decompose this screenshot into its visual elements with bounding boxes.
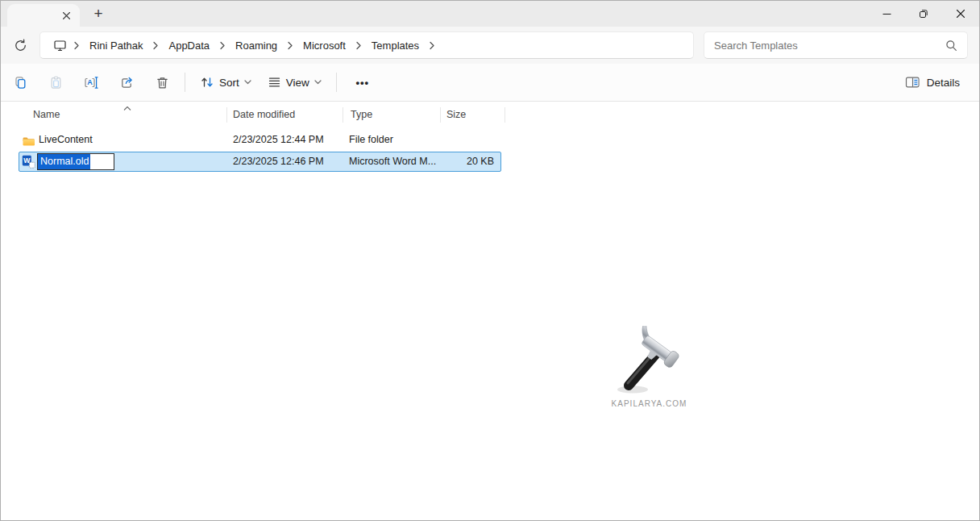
- chevron-down-icon: [314, 80, 322, 85]
- sort-button[interactable]: Sort: [192, 68, 260, 97]
- table-row-livecontent[interactable]: LiveContent 2/23/2025 12:44 PM File fold…: [1, 128, 979, 152]
- paste-button[interactable]: [39, 68, 72, 97]
- breadcrumb-chevron-icon[interactable]: [427, 41, 437, 50]
- column-divider: [226, 107, 227, 123]
- breadcrumb-chevron-icon[interactable]: [354, 41, 363, 50]
- breadcrumb-chevron-icon[interactable]: [72, 41, 81, 50]
- delete-button[interactable]: [146, 68, 178, 97]
- refresh-icon: [14, 39, 27, 52]
- word-macro-template-icon: W: [22, 155, 35, 176]
- search-icon: [945, 40, 957, 52]
- close-icon: [62, 11, 71, 20]
- device-breadcrumb-button[interactable]: [48, 39, 72, 52]
- share-button[interactable]: [110, 68, 143, 97]
- details-pane-button[interactable]: Details: [897, 68, 968, 97]
- minimize-icon: [882, 10, 891, 19]
- view-button[interactable]: View: [260, 68, 330, 97]
- column-header-date-modified[interactable]: Date modified: [233, 102, 295, 128]
- rename-icon: A: [84, 76, 98, 90]
- search-box: [704, 31, 968, 59]
- window-controls: [868, 1, 979, 27]
- command-toolbar: A Sort: [1, 64, 979, 102]
- sort-label: Sort: [219, 77, 239, 89]
- restore-button[interactable]: [905, 1, 942, 27]
- restore-icon: [919, 9, 928, 19]
- rename-button[interactable]: A: [75, 68, 107, 97]
- sort-icon: [200, 76, 214, 89]
- breadcrumb-chevron-icon[interactable]: [285, 41, 295, 50]
- watermark: KAPILARYA.COM: [599, 326, 700, 408]
- navigation-row: Rini Pathak AppData Roaming Microsoft Te…: [1, 27, 979, 64]
- monitor-icon: [53, 39, 67, 52]
- sort-ascending-icon: [122, 102, 132, 114]
- trash-icon: [156, 76, 169, 90]
- watermark-text: KAPILARYA.COM: [599, 399, 700, 408]
- chevron-down-icon: [244, 80, 251, 85]
- table-row-normal-old[interactable]: W Normal.old 2/23/2025 12:46 PM Microsof…: [1, 152, 979, 172]
- search-input[interactable]: [714, 40, 945, 52]
- tab-close-icon[interactable]: [59, 8, 73, 23]
- column-header-size[interactable]: Size: [446, 102, 466, 128]
- breadcrumb-chevron-icon[interactable]: [151, 41, 160, 50]
- rename-input[interactable]: Normal.old: [37, 153, 114, 170]
- details-label: Details: [927, 77, 960, 89]
- toolbar-divider: [336, 73, 337, 92]
- breadcrumb-item-microsoft[interactable]: Microsoft: [295, 40, 354, 52]
- close-button[interactable]: [942, 1, 979, 27]
- file-date-modified: 2/23/2025 12:46 PM: [233, 152, 324, 172]
- paste-icon: [49, 76, 63, 90]
- copy-button[interactable]: [4, 68, 36, 97]
- column-header-type[interactable]: Type: [351, 102, 372, 128]
- file-date-modified: 2/23/2025 12:44 PM: [233, 128, 324, 152]
- column-divider: [505, 107, 505, 123]
- breadcrumb-item-templates[interactable]: Templates: [363, 40, 427, 52]
- file-name: LiveContent: [39, 128, 93, 152]
- explorer-tab[interactable]: [7, 4, 80, 27]
- view-label: View: [286, 77, 309, 89]
- refresh-button[interactable]: [7, 32, 33, 58]
- copy-icon: [14, 76, 27, 90]
- file-list: Name Date modified Type Size: [1, 102, 979, 496]
- titlebar: +: [1, 1, 979, 27]
- close-icon: [956, 9, 965, 19]
- file-size: 20 KB: [420, 152, 494, 172]
- details-pane-icon: [905, 76, 920, 89]
- new-tab-button[interactable]: +: [88, 4, 109, 23]
- toolbar-divider: [185, 73, 185, 92]
- view-icon: [268, 76, 281, 89]
- share-icon: [120, 76, 134, 90]
- hammer-icon: [608, 326, 691, 395]
- column-header-name[interactable]: Name: [33, 102, 60, 128]
- rename-selected-text: Normal.old: [38, 154, 90, 169]
- see-more-button[interactable]: •••: [347, 68, 379, 97]
- breadcrumb-item-rini-pathak[interactable]: Rini Pathak: [81, 40, 151, 52]
- breadcrumb-item-appdata[interactable]: AppData: [160, 40, 218, 52]
- file-rows: LiveContent 2/23/2025 12:44 PM File fold…: [1, 128, 979, 172]
- svg-text:A: A: [87, 78, 93, 86]
- breadcrumb-chevron-icon[interactable]: [218, 41, 227, 50]
- breadcrumb: Rini Pathak AppData Roaming Microsoft Te…: [39, 31, 694, 59]
- file-explorer-window: +: [0, 0, 980, 521]
- minimize-button[interactable]: [868, 1, 905, 27]
- column-divider: [343, 107, 343, 123]
- file-type: File folder: [349, 128, 393, 152]
- column-divider: [440, 107, 441, 123]
- breadcrumb-item-roaming[interactable]: Roaming: [227, 40, 285, 52]
- column-headers: Name Date modified Type Size: [1, 102, 979, 128]
